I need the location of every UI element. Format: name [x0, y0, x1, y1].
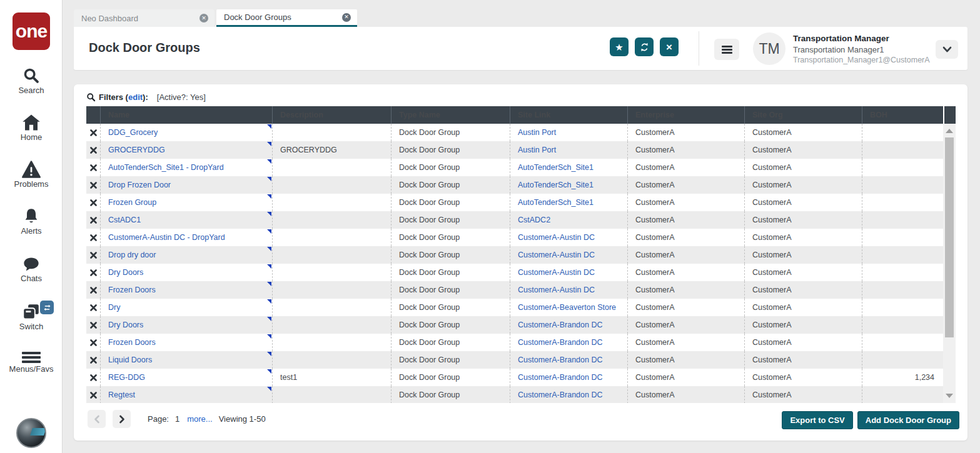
scroll-up-arrow[interactable] — [946, 129, 953, 133]
site-link[interactable]: CustomerA-Brandon DC — [518, 356, 602, 364]
table-row[interactable]: Dry Doors Dock Door Group CustomerA-Aust… — [86, 264, 943, 281]
scrollbar-thumb[interactable] — [945, 137, 954, 337]
prev-page-button[interactable] — [88, 410, 106, 428]
table-row[interactable]: DDG_Grocery Dock Door Group Austin Port … — [86, 124, 943, 141]
export-to-csv-button[interactable]: Export to CSV — [782, 411, 852, 429]
delete-row-button[interactable] — [86, 369, 100, 386]
table-row[interactable]: Liquid Doors Dock Door Group CustomerA-B… — [86, 351, 943, 369]
table-row[interactable]: CustomerA-Austin DC - DropYard Dock Door… — [86, 229, 943, 246]
table-row[interactable]: CstADC1 Dock Door Group CstADC2 Customer… — [86, 211, 943, 229]
user-avatar[interactable]: TM — [753, 32, 786, 65]
column-header-site-org[interactable]: Site Org — [744, 106, 862, 124]
site-link[interactable]: CustomerA-Austin DC — [518, 233, 595, 242]
table-row[interactable]: Regtest Dock Door Group CustomerA-Brando… — [86, 386, 943, 403]
name-link[interactable]: Drop dry door — [108, 251, 156, 259]
table-row[interactable]: Frozen Doors Dock Door Group CustomerA-A… — [86, 281, 943, 299]
name-link[interactable]: Frozen Doors — [108, 286, 156, 294]
tab-close-icon[interactable]: ✕ — [342, 13, 351, 22]
site-link[interactable]: AutoTenderSch_Site1 — [518, 181, 594, 189]
column-header-enterprise[interactable]: Enterprise — [627, 106, 744, 124]
column-header-description[interactable]: Description — [272, 106, 391, 124]
table-row[interactable]: Frozen Doors Dock Door Group CustomerA-B… — [86, 334, 943, 351]
site-link[interactable]: Austin Port — [518, 146, 556, 154]
table-row[interactable]: GROCERYDDG GROCERYDDG Dock Door Group Au… — [86, 141, 943, 159]
favorite-button[interactable]: ★ — [610, 37, 629, 56]
site-link[interactable]: AutoTenderSch_Site1 — [518, 163, 594, 172]
name-link[interactable]: Drop Frozen Door — [108, 181, 171, 189]
add-dock-door-group-button[interactable]: Add Dock Door Group — [857, 411, 959, 429]
delete-row-button[interactable] — [86, 316, 100, 334]
delete-row-button[interactable] — [86, 334, 100, 351]
more-pages-link[interactable]: more... — [187, 414, 212, 424]
column-header-site-link[interactable]: Site Link — [510, 106, 627, 124]
tab-dock-door-groups[interactable]: Dock Door Groups ✕ — [216, 9, 357, 27]
table-row[interactable]: Drop Frozen Door Dock Door Group AutoTen… — [86, 176, 943, 194]
sidebar-item-menus-favs[interactable]: Menus/Favs — [0, 352, 63, 374]
filters-edit-link[interactable]: edit — [128, 92, 143, 102]
scroll-down-arrow[interactable] — [946, 394, 953, 398]
column-header-boh[interactable]: BOH — [862, 106, 943, 124]
delete-row-button[interactable] — [86, 246, 100, 264]
name-link[interactable]: Liquid Doors — [108, 356, 152, 364]
name-link[interactable]: AutoTenderSch_Site1 - DropYard — [108, 163, 224, 172]
site-link[interactable]: CustomerA-Austin DC — [518, 251, 595, 259]
name-link[interactable]: Dry Doors — [108, 321, 143, 329]
user-menu-button[interactable] — [714, 39, 739, 60]
site-link[interactable]: CustomerA-Austin DC — [518, 268, 595, 277]
site-link[interactable]: CustomerA-Beaverton Store — [518, 303, 616, 312]
table-row[interactable]: REG-DDG test1 Dock Door Group CustomerA-… — [86, 369, 943, 386]
name-link[interactable]: CustomerA-Austin DC - DropYard — [108, 233, 225, 242]
table-row[interactable]: Drop dry door Dock Door Group CustomerA-… — [86, 246, 943, 264]
site-link[interactable]: CustomerA-Brandon DC — [518, 391, 602, 399]
close-page-button[interactable]: × — [660, 37, 679, 56]
switch-badge[interactable] — [40, 301, 54, 314]
name-link[interactable]: Frozen Doors — [108, 338, 156, 347]
name-link[interactable]: Dry — [108, 303, 120, 312]
delete-row-button[interactable] — [86, 351, 100, 369]
delete-row-button[interactable] — [86, 211, 100, 229]
user-dropdown-button[interactable] — [936, 40, 958, 59]
name-link[interactable]: Regtest — [108, 391, 135, 399]
refresh-button[interactable] — [635, 37, 654, 56]
site-link[interactable]: CustomerA-Austin DC — [518, 286, 595, 294]
sidebar-item-search[interactable]: Search — [0, 67, 63, 95]
sidebar-item-alerts[interactable]: Alerts — [0, 207, 63, 236]
sidebar-item-problems[interactable]: Problems — [0, 161, 63, 189]
name-link[interactable]: Dry Doors — [108, 268, 143, 277]
site-link[interactable]: CustomerA-Brandon DC — [518, 373, 602, 382]
delete-row-button[interactable] — [86, 386, 100, 403]
table-row[interactable]: Dry Doors Dock Door Group CustomerA-Bran… — [86, 316, 943, 334]
site-link[interactable]: Austin Port — [518, 128, 556, 137]
delete-row-button[interactable] — [86, 299, 100, 316]
table-row[interactable]: Dry Dock Door Group CustomerA-Beaverton … — [86, 299, 943, 316]
next-page-button[interactable] — [113, 410, 131, 428]
tab-neo-dashboard[interactable]: Neo Dashboard ✕ — [74, 9, 215, 27]
table-row[interactable]: AutoTenderSch_Site1 - DropYard Dock Door… — [86, 159, 943, 176]
tab-close-icon[interactable]: ✕ — [200, 14, 208, 22]
one-logo[interactable]: one — [13, 12, 50, 50]
name-link[interactable]: REG-DDG — [108, 373, 145, 382]
sidebar-item-switch[interactable]: Switch — [0, 303, 63, 331]
sidebar-item-chats[interactable]: Chats — [0, 256, 63, 283]
delete-row-button[interactable] — [86, 194, 100, 211]
sidebar-item-home[interactable]: Home — [0, 114, 63, 142]
neo-assistant-avatar[interactable] — [16, 418, 46, 448]
name-link[interactable]: CstADC1 — [108, 216, 141, 224]
delete-row-button[interactable] — [86, 264, 100, 281]
name-link[interactable]: GROCERYDDG — [108, 146, 165, 154]
column-header-type-name[interactable]: Type Name — [391, 106, 510, 124]
delete-row-button[interactable] — [86, 176, 100, 194]
name-link[interactable]: DDG_Grocery — [108, 128, 158, 137]
site-link[interactable]: CstADC2 — [518, 216, 550, 224]
name-link[interactable]: Frozen Group — [108, 198, 156, 207]
site-link[interactable]: CustomerA-Brandon DC — [518, 321, 602, 329]
delete-row-button[interactable] — [86, 124, 100, 141]
table-scrollbar[interactable] — [943, 124, 956, 403]
site-link[interactable]: CustomerA-Brandon DC — [518, 338, 602, 347]
delete-row-button[interactable] — [86, 159, 100, 176]
site-link[interactable]: AutoTenderSch_Site1 — [518, 198, 594, 207]
column-header-name[interactable]: Name — [100, 106, 272, 124]
delete-row-button[interactable] — [86, 141, 100, 159]
delete-row-button[interactable] — [86, 281, 100, 299]
delete-row-button[interactable] — [86, 229, 100, 246]
